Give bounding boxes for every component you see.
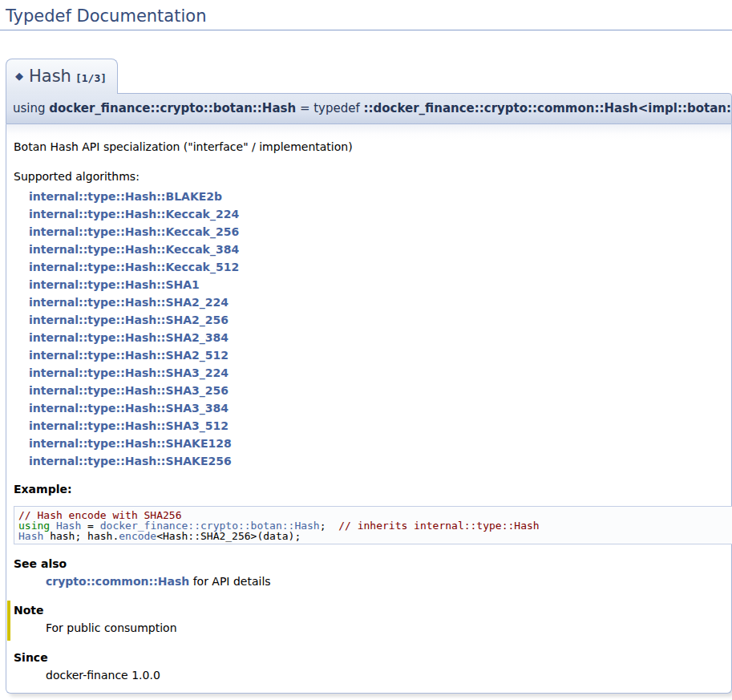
since-text: docker-finance 1.0.0 — [46, 668, 731, 683]
algorithm-link[interactable]: internal::type::Hash::BLAKE2b — [29, 190, 222, 203]
note-label: Note — [14, 603, 731, 618]
algorithm-list-item: internal::type::Hash::SHA2_224 — [29, 293, 731, 311]
see-also-suffix: for API details — [189, 575, 270, 588]
algorithm-list-item: internal::type::Hash::Keccak_384 — [29, 241, 731, 258]
algorithm-link[interactable]: internal::type::Hash::SHA3_512 — [29, 419, 228, 432]
algorithm-list-item: internal::type::Hash::Keccak_512 — [29, 258, 731, 276]
code-link[interactable]: encode — [119, 530, 156, 542]
algorithm-list-item: internal::type::Hash::SHA3_512 — [29, 417, 731, 435]
code-link[interactable]: Hash — [18, 530, 43, 542]
member-tab: ◆Hash[1/3] — [6, 59, 118, 94]
algorithm-link[interactable]: internal::type::Hash::SHA3_256 — [29, 384, 228, 397]
member-overload-badge: [1/3] — [75, 72, 107, 84]
algorithm-link[interactable]: internal::type::Hash::SHA2_224 — [29, 296, 228, 309]
algorithm-list-item: internal::type::Hash::SHA1 — [29, 276, 731, 293]
algorithm-link[interactable]: internal::type::Hash::SHA2_256 — [29, 314, 228, 326]
page-title: Typedef Documentation — [0, 0, 732, 30]
algorithm-link[interactable]: internal::type::Hash::Keccak_384 — [29, 243, 239, 256]
algorithm-list-item: internal::type::Hash::SHA3_384 — [29, 399, 731, 417]
proto-keyword: using — [13, 101, 49, 115]
code-block: // Hash encode with SHA256 using Hash = … — [14, 506, 732, 544]
algorithm-list-item: internal::type::Hash::Keccak_224 — [29, 205, 731, 223]
algorithm-link[interactable]: internal::type::Hash::Keccak_224 — [29, 208, 239, 221]
typedef-declaration: using docker_finance::crypto::botan::Has… — [6, 93, 732, 124]
see-also-section: See also crypto::common::Hash for API de… — [14, 556, 731, 589]
since-label: Since — [14, 650, 731, 666]
algorithm-list-item: internal::type::Hash::SHA2_512 — [29, 346, 731, 364]
supported-algorithms-label: Supported algorithms: — [14, 169, 731, 184]
code-plain: <Hash::SHA2_256>(data); — [156, 530, 301, 542]
algorithm-list: internal::type::Hash::BLAKE2b internal::… — [29, 188, 731, 470]
algorithm-link[interactable]: internal::type::Hash::SHA2_512 — [29, 349, 228, 362]
member-documentation: Botan Hash API specialization ("interfac… — [6, 124, 732, 694]
member-tab-name: Hash — [29, 67, 71, 86]
algorithm-list-item: internal::type::Hash::Keccak_256 — [29, 223, 731, 241]
proto-typedef-name: docker_finance::crypto::botan::Hash — [49, 101, 296, 115]
algorithm-list-item: internal::type::Hash::SHA3_256 — [29, 382, 731, 399]
algorithm-list-item: internal::type::Hash::SHA2_384 — [29, 329, 731, 346]
algorithm-link[interactable]: internal::type::Hash::SHA1 — [29, 278, 200, 291]
algorithm-list-item: internal::type::Hash::SHAKE128 — [29, 435, 731, 452]
algorithm-list-item: internal::type::Hash::SHAKE256 — [29, 452, 731, 470]
algorithm-list-item: internal::type::Hash::SHA2_256 — [29, 311, 731, 329]
code-line: Hash hash; hash.encode<Hash::SHA2_256>(d… — [18, 531, 732, 541]
proto-equals: = typedef — [296, 101, 363, 115]
since-section: Since docker-finance 1.0.0 — [14, 650, 731, 683]
permalink-diamond-icon[interactable]: ◆ — [15, 70, 23, 82]
see-also-label: See also — [14, 556, 731, 572]
code-plain: ; — [320, 520, 338, 532]
example-label: Example: — [14, 482, 731, 497]
see-also-content: crypto::common::Hash for API details — [46, 574, 731, 589]
algorithm-link[interactable]: internal::type::Hash::SHAKE256 — [29, 455, 232, 467]
algorithm-link[interactable]: internal::type::Hash::SHA3_384 — [29, 402, 228, 415]
note-text: For public consumption — [46, 621, 731, 636]
algorithm-link[interactable]: internal::type::Hash::SHA2_384 — [29, 331, 228, 344]
algorithm-link[interactable]: internal::type::Hash::Keccak_512 — [29, 261, 239, 273]
example-section: Example: — [14, 482, 731, 497]
description-text: Botan Hash API specialization ("interfac… — [14, 140, 731, 155]
proto-target-type: ::docker_finance::crypto::common::Hash<i… — [364, 101, 732, 115]
algorithm-list-item: internal::type::Hash::BLAKE2b — [29, 188, 731, 205]
note-section: Note For public consumption — [7, 601, 731, 641]
algorithm-link[interactable]: internal::type::Hash::Keccak_256 — [29, 225, 239, 238]
member-item: using docker_finance::crypto::botan::Has… — [6, 93, 732, 694]
algorithm-link[interactable]: internal::type::Hash::SHAKE128 — [29, 437, 232, 450]
code-plain: hash; hash. — [43, 530, 119, 542]
algorithm-link[interactable]: internal::type::Hash::SHA3_224 — [29, 366, 228, 379]
see-also-link[interactable]: crypto::common::Hash — [46, 575, 189, 588]
algorithm-list-item: internal::type::Hash::SHA3_224 — [29, 364, 731, 382]
code-comment: // inherits internal::type::Hash — [338, 520, 539, 532]
